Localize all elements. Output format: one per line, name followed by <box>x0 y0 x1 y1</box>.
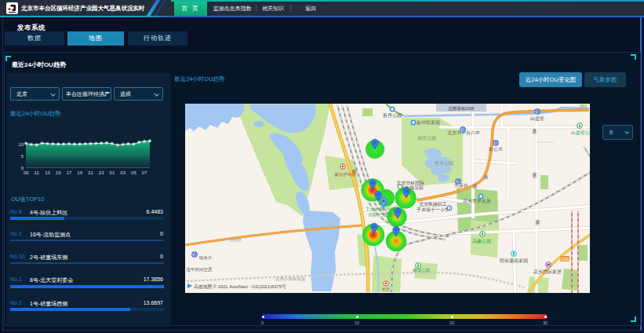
svg-text:01: 01 <box>110 170 115 175</box>
svg-text:紫谷伊甸园: 紫谷伊甸园 <box>334 172 356 177</box>
svg-text:21: 21 <box>88 170 93 175</box>
svg-text:15: 15 <box>56 170 61 175</box>
svg-text:M: M <box>536 110 539 114</box>
svg-text:北京铁路职工: 北京铁路职工 <box>419 201 447 207</box>
svg-text:世界公园: 世界公园 <box>435 161 453 166</box>
svg-text:花乡国际家居: 花乡国际家居 <box>533 269 562 275</box>
svg-text:磁各庄: 磁各庄 <box>198 255 213 260</box>
svg-text:17: 17 <box>67 170 72 175</box>
svg-text:13: 13 <box>45 170 50 175</box>
svg-text:新华联家园: 新华联家园 <box>417 119 440 126</box>
svg-text:村学: 村学 <box>381 287 390 292</box>
svg-text:M: M <box>461 128 464 132</box>
svg-text:文: 文 <box>448 207 451 210</box>
svg-text:10: 10 <box>18 142 24 147</box>
svg-text:05: 05 <box>131 170 136 175</box>
svg-text:京津小奈雄高速: 京津小奈雄高速 <box>275 276 306 282</box>
svg-text:03: 03 <box>120 170 126 175</box>
svg-text:熙保康闲家园: 熙保康闲家园 <box>500 258 528 264</box>
svg-text:09: 09 <box>24 170 29 175</box>
svg-text:子弟第十一小学: 子弟第十一小学 <box>416 207 449 213</box>
svg-text:看丹公园: 看丹公园 <box>382 112 402 119</box>
svg-text:23: 23 <box>99 170 104 175</box>
svg-text:M: M <box>494 141 497 145</box>
svg-text:馨绿公园: 馨绿公园 <box>413 268 430 273</box>
svg-text:M: M <box>193 253 196 257</box>
svg-text:郭公庄: 郭公庄 <box>488 146 503 152</box>
svg-text:白盆窑公园: 白盆窑公园 <box>571 130 590 136</box>
svg-text:御景公园: 御景公园 <box>417 136 436 141</box>
svg-text:高德地图 © 2021 AutoNavi - GS(2021: 高德地图 © 2021 AutoNavi - GS(2021)6375号 <box>194 284 286 290</box>
svg-text:白盆窑: 白盆窑 <box>530 115 544 122</box>
svg-text:花乡世界名居: 花乡世界名居 <box>463 199 491 204</box>
svg-text:总部基地10区: 总部基地10区 <box>447 106 475 112</box>
svg-text:11: 11 <box>35 170 40 175</box>
svg-text:19: 19 <box>77 170 82 175</box>
svg-text:07: 07 <box>142 170 147 175</box>
svg-text:5: 5 <box>21 154 24 159</box>
svg-text:高鑫公园: 高鑫公园 <box>472 238 491 244</box>
svg-text:S326: S326 <box>561 258 569 262</box>
svg-text:西南绕: 西南绕 <box>230 237 242 243</box>
svg-text:造甲村回迁房: 造甲村回迁房 <box>187 267 213 273</box>
svg-text:M: M <box>457 180 460 184</box>
